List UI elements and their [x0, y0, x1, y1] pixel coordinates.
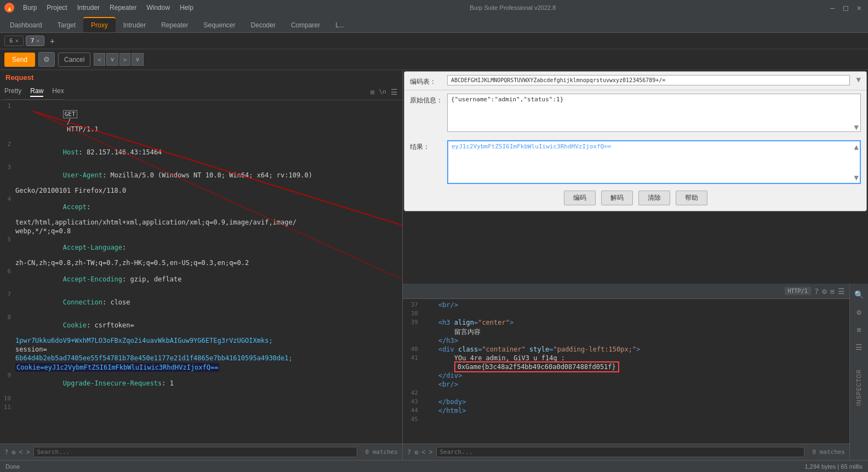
inspector-lines-icon[interactable]: ≡ — [854, 323, 863, 336]
code-line-8e: Cookie=eyJ1c2VybmFtZSI6ImFkbWluIiwic3Rhd… — [0, 363, 402, 372]
nav-back-btn-right[interactable]: < — [421, 448, 425, 456]
menu-project[interactable]: Project — [42, 3, 71, 13]
encoder-original-textarea[interactable]: {"username":"admin","status":1} — [447, 94, 861, 132]
session-tab-7[interactable]: 7 × — [26, 36, 45, 46]
search-input-right[interactable] — [436, 447, 805, 457]
app-title: Burp Suite Professional v2022.8 — [470, 4, 556, 11]
gear-button[interactable]: ⚙ — [38, 52, 55, 67]
encoder-buttons: 编码 解码 清除 帮助 — [404, 187, 866, 211]
tab-dashboard[interactable]: Dashboard — [2, 18, 50, 32]
menu-window[interactable]: Window — [142, 3, 174, 13]
resp-line-45: 45 — [403, 416, 849, 424]
tab-repeater[interactable]: Repeater — [153, 18, 196, 32]
encoder-panel: 编码表： ▼ 原始信息： {"username":"admin","status… — [404, 71, 867, 211]
code-line-8: 8 Cookie: csrftoken= — [0, 314, 402, 337]
request-section: Request Pretty Raw Hex ≡ \n ☰ 1 — [0, 70, 402, 444]
encode-button[interactable]: 编码 — [564, 191, 596, 205]
session-tab-7-close[interactable]: × — [36, 38, 39, 44]
request-code-area[interactable]: 1 GET / HTTP/1.1 2 Host: 82.157.146.43:1… — [0, 100, 402, 444]
right-gear-icon[interactable]: ⚙ — [822, 287, 826, 296]
decode-button[interactable]: 解码 — [601, 191, 633, 205]
resp-line-37: 37 <br/> — [403, 301, 849, 310]
nav-back-btn-left[interactable]: < — [19, 448, 22, 456]
encoder-scroll-down-3[interactable]: ▼ — [854, 173, 859, 182]
inspector-search-icon[interactable]: 🔍 — [852, 288, 866, 301]
search-input-left[interactable] — [33, 447, 358, 457]
code-line-3b: Gecko/20100101 Firefox/118.0 — [0, 187, 402, 195]
window-controls: — □ ✕ — [828, 3, 864, 12]
encoder-scroll-up[interactable]: ▲ — [854, 142, 859, 151]
encoder-scroll-down-2[interactable]: ▼ — [854, 123, 859, 131]
inspector-sidebar: 🔍 ⚙ ≡ ☰ INSPECTOR — [849, 284, 868, 460]
http-path: / — [63, 118, 71, 125]
session-tab-add[interactable]: + — [47, 36, 58, 47]
http-version: HTTP/1.1 — [63, 125, 99, 133]
menu-burp[interactable]: Burp — [19, 3, 41, 13]
cancel-button[interactable]: Cancel — [58, 53, 90, 67]
tab-pretty[interactable]: Pretty — [4, 86, 21, 97]
tab-intruder[interactable]: Intruder — [116, 18, 153, 32]
menu-intruder[interactable]: Intruder — [73, 3, 104, 13]
right-help-icon[interactable]: ? — [814, 287, 819, 296]
menu-help[interactable]: Help — [175, 3, 198, 13]
inspector-wrap-icon[interactable]: ☰ — [853, 341, 865, 354]
resp-line-39b: 留言内容 — [403, 327, 849, 337]
code-line-6: 6 Accept-Encoding: gzip, deflate — [0, 268, 402, 291]
code-line-4c: webp,*/*;q=0.8 — [0, 227, 402, 236]
encoder-result-label: 结果： — [410, 140, 443, 152]
session-tab-6[interactable]: 6 × — [4, 36, 24, 46]
nav-next-alt-button[interactable]: ∨ — [132, 53, 144, 66]
nav-forward-btn-left[interactable]: > — [26, 448, 30, 456]
tab-hex[interactable]: Hex — [52, 86, 64, 97]
nav-forward-btn-right[interactable]: > — [429, 448, 432, 456]
settings-icon-left[interactable]: ⚙ — [12, 448, 15, 456]
nav-prev-alt-button[interactable]: ∨ — [106, 53, 118, 66]
newline-icon[interactable]: \n — [379, 88, 386, 95]
right-wrap-icon[interactable]: ☰ — [838, 287, 845, 296]
left-search-bar: ? ⚙ < > 0 matches — [0, 444, 402, 460]
send-button[interactable]: Send — [4, 53, 35, 67]
session-tab-6-close[interactable]: × — [15, 38, 19, 44]
format-icon[interactable]: ≡ — [370, 88, 374, 96]
code-line-9: 9 Upgrade-Insecure-Requests: 1 — [0, 372, 402, 395]
title-bar-left: 🔥 Burp Project Intruder Repeater Window … — [4, 3, 198, 13]
tab-more[interactable]: L... — [328, 18, 352, 32]
title-bar: 🔥 Burp Project Intruder Repeater Window … — [0, 0, 868, 15]
maximize-btn[interactable]: □ — [841, 3, 850, 12]
help-icon-right[interactable]: ? — [407, 448, 411, 456]
wrap-icon[interactable]: ☰ — [391, 88, 398, 96]
session-tab-7-label: 7 — [31, 37, 35, 44]
response-code-area[interactable]: 37 <br/> 38 39 <h3 align="center"> — [403, 299, 849, 444]
right-menu-icon[interactable]: ≡ — [830, 287, 835, 296]
close-btn[interactable]: ✕ — [855, 3, 864, 12]
minimize-btn[interactable]: — — [828, 3, 837, 12]
encoder-result-textarea[interactable]: <span class="encoder-result-selected" da… — [447, 140, 861, 184]
encoder-charset-input[interactable] — [447, 75, 850, 85]
code-line-11: 11 — [0, 404, 402, 412]
encoder-scroll-down[interactable]: ▼ — [856, 75, 861, 84]
toolbar: Send ⚙ Cancel < ∨ > ∨ — [0, 49, 868, 70]
help-button[interactable]: 帮助 — [676, 191, 707, 205]
code-line-1: 1 GET / HTTP/1.1 — [0, 102, 402, 141]
tab-decoder[interactable]: Decoder — [243, 18, 283, 32]
inspector-gear-icon[interactable]: ⚙ — [854, 306, 863, 319]
tab-sequencer[interactable]: Sequencer — [196, 18, 243, 32]
tab-target[interactable]: Target — [50, 18, 83, 32]
menu-repeater[interactable]: Repeater — [105, 3, 141, 13]
http-badge: HTTP/1 — [785, 287, 811, 295]
help-icon-left[interactable]: ? — [4, 448, 8, 456]
tab-raw[interactable]: Raw — [30, 86, 43, 97]
settings-icon-right[interactable]: ⚙ — [414, 448, 418, 456]
nav-arrows: < ∨ > ∨ — [94, 53, 144, 66]
nav-next-button[interactable]: > — [119, 53, 130, 66]
code-line-3: 3 User-Agent: Mozilla/5.0 (Windows NT 10… — [0, 164, 402, 187]
session-tabs: 6 × 7 × + — [0, 33, 868, 49]
code-line-7: 7 Connection: close — [0, 291, 402, 314]
resp-line-41d: <br/> — [403, 381, 849, 389]
clear-button[interactable]: 清除 — [638, 191, 670, 205]
tab-comparer[interactable]: Comparer — [283, 18, 328, 32]
code-line-5b: zh-CN,zh;q=0.8,zh-TW;q=0.7,zh-HK;q=0.5,e… — [0, 259, 402, 268]
nav-prev-button[interactable]: < — [94, 53, 105, 66]
tab-proxy[interactable]: Proxy — [83, 17, 116, 32]
resp-line-41b: 0xGame{b3c48a2f54bb49c60a0d087488fd051f} — [403, 363, 849, 372]
